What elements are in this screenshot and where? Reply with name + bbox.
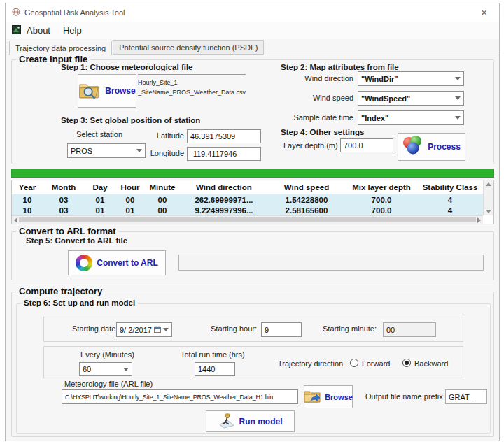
cell: 00 (115, 196, 145, 204)
cell: 2.58165600 (268, 206, 345, 215)
cell: 700.0 (345, 206, 418, 215)
run-model-button[interactable]: Run model (206, 410, 295, 432)
scroll-down-icon[interactable] (486, 210, 491, 213)
station-select[interactable]: PROS (67, 143, 146, 158)
menu-about[interactable]: About (25, 24, 57, 37)
backward-radio-label[interactable]: Backward (414, 359, 448, 368)
starting-date-picker[interactable]: 9/ 2/2017 (116, 322, 172, 337)
cell: 700.0 (345, 196, 418, 204)
group-step6: Step 6: Set up and run model Starting da… (16, 303, 491, 434)
starting-minute-field: 00 (383, 322, 436, 337)
wind-speed-select[interactable]: "WindSpeed" (358, 91, 464, 106)
starting-hour-field[interactable]: 9 (261, 322, 302, 337)
cell: 03 (43, 196, 85, 204)
step1-selected-file: Hourly_Site_1 _SiteName_PROS_Weather_Dat… (138, 74, 246, 108)
layer-depth-label: Layer depth (m) (284, 141, 338, 150)
close-button[interactable]: × (475, 4, 493, 21)
app-window: Geospatial Risk Analysis Tool × About He… (5, 3, 500, 441)
total-run-time-value: 1440 (198, 365, 215, 373)
scroll-left-icon[interactable] (14, 217, 18, 223)
backward-radio[interactable] (402, 359, 411, 367)
every-minutes-label: Every (Minutes) (80, 350, 134, 359)
sample-date-time-label: Sample date time (281, 113, 354, 122)
col-wind-direction[interactable]: Wind direction (180, 183, 268, 192)
longitude-field[interactable]: -119.4117946 (187, 147, 261, 161)
menu-help[interactable]: Help (62, 24, 89, 37)
scroll-up-icon[interactable] (486, 182, 491, 186)
sample-date-time-select[interactable]: "Index" (358, 110, 464, 125)
col-minute[interactable]: Minute (145, 183, 180, 192)
convert-arl-button[interactable]: Convert to ARL (68, 250, 166, 275)
cell: 00 (145, 196, 180, 204)
col-stability-class[interactable]: Stability Class (418, 183, 482, 192)
folder-arrow-icon (304, 389, 321, 406)
group-convert-arl: Convert to ARL format Step 5: Convert to… (11, 231, 494, 280)
step1-title: Step 1: Choose meteorological file (61, 63, 193, 71)
table-horizontal-scrollbar[interactable] (12, 215, 483, 224)
starting-date-label: Starting date: (72, 324, 118, 333)
wind-direction-value: "WindDir" (361, 75, 455, 83)
chevron-down-icon (455, 96, 461, 100)
wind-direction-select[interactable]: "WindDir" (358, 71, 464, 86)
col-wind-speed[interactable]: Wind speed (268, 183, 345, 192)
total-run-time-field[interactable]: 1440 (195, 362, 235, 376)
col-month[interactable]: Month (43, 183, 85, 192)
table-row[interactable]: 10 03 01 00 00 262.69999971... 1.5422880… (12, 194, 493, 205)
latitude-field[interactable]: 46.39175309 (187, 129, 261, 143)
forward-radio-label[interactable]: Forward (362, 359, 390, 368)
table-row[interactable]: 10 03 01 01 00 9.2249997996... 2.5816560… (12, 205, 493, 215)
latitude-label: Latitude (142, 131, 184, 140)
step1-browse-label: Browse (105, 86, 135, 96)
tab-psdf[interactable]: Potential source density function (PSDF) (113, 40, 264, 55)
step2-title: Step 2: Map attributes from file (281, 63, 399, 71)
trajectory-direction-label: Trajectory direction (278, 359, 343, 368)
latitude-value: 46.39175309 (190, 132, 235, 141)
arl-browse-button[interactable]: Browse (304, 385, 353, 408)
process-progress-bar (11, 169, 494, 178)
chevron-down-icon (455, 77, 461, 80)
table-vertical-scrollbar[interactable] (483, 180, 493, 215)
output-prefix-field[interactable]: GRAT_ (445, 389, 487, 404)
starting-minute-value: 00 (386, 326, 395, 334)
cell: 03 (43, 206, 85, 215)
scrollbar-thumb[interactable] (19, 217, 476, 222)
step1-browse-button[interactable]: Browse (78, 74, 136, 108)
wind-speed-label: Wind speed (281, 94, 354, 102)
step3-title: Step 3: Set global position of station (61, 116, 200, 124)
step4-title: Step 4: Other settings (281, 128, 365, 136)
convert-progress-bar (178, 255, 484, 271)
group-convert-title: Convert to ARL format (16, 226, 119, 236)
calendar-icon (154, 326, 161, 334)
cell: 4 (418, 196, 482, 204)
col-hour[interactable]: Hour (115, 183, 145, 192)
col-day[interactable]: Day (85, 183, 115, 192)
station-value: PROS (71, 147, 136, 155)
total-run-time-label: Total run time (hrs) (181, 350, 245, 359)
group-compute-title: Compute trajectory (16, 286, 105, 296)
output-prefix-label: Output file name prefix (365, 392, 443, 401)
titlebar: Geospatial Risk Analysis Tool × (6, 3, 499, 22)
col-mix-layer-depth[interactable]: Mix layer depth (345, 183, 418, 192)
cell: 01 (85, 206, 115, 215)
scroll-right-icon[interactable] (477, 217, 481, 223)
process-label: Process (428, 142, 461, 152)
tabstrip: Trajectory data processing Potential sou… (6, 39, 499, 55)
folder-search-icon (78, 80, 101, 102)
chevron-down-icon (163, 328, 169, 331)
met-file-label: Meteorology file (ARL file) (64, 380, 153, 388)
forward-radio[interactable] (350, 359, 358, 367)
tab-trajectory-data-processing[interactable]: Trajectory data processing (9, 41, 112, 55)
every-minutes-select[interactable]: 60 (79, 362, 132, 376)
weather-data-table: Year Month Day Hour Minute Wind directio… (11, 180, 494, 224)
met-file-field[interactable]: C:\HYSPLIT\working\Hourly_Site_1_SiteNam… (62, 389, 298, 404)
start-time-panel: Starting date: 9/ 2/2017 Starting hour: … (43, 317, 463, 342)
menubar: About Help (6, 22, 499, 39)
layer-depth-field[interactable]: 700.0 (340, 138, 393, 152)
group-compute-trajectory: Compute trajectory Step 6: Set up and ru… (11, 292, 494, 437)
longitude-value: -119.4117946 (190, 150, 237, 158)
wind-direction-label: Wind direction (281, 74, 354, 83)
col-year[interactable]: Year (12, 183, 43, 192)
convert-arl-label: Convert to ARL (97, 258, 158, 268)
process-button[interactable]: Process (398, 133, 465, 161)
three-spheres-icon (402, 136, 424, 158)
